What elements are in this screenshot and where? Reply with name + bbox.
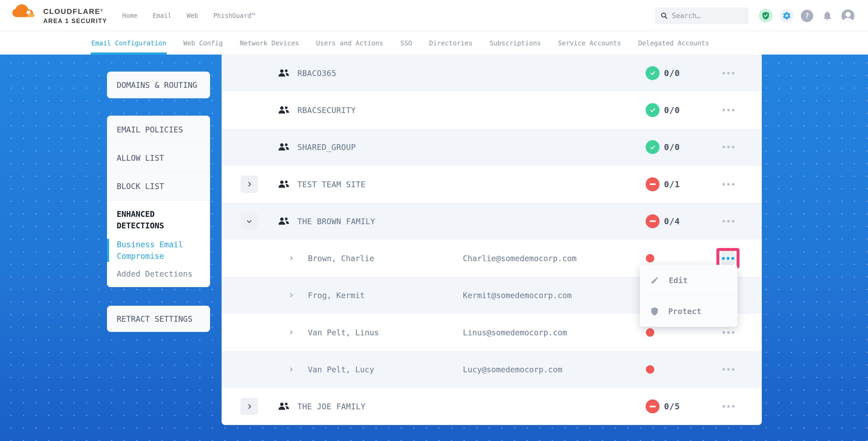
group-name: RBACSECURITY bbox=[298, 105, 356, 115]
group-name: SHARED_GROUP bbox=[298, 143, 356, 152]
table-row-group: RBACO365 0/0 bbox=[222, 55, 762, 92]
tab-delegated-accounts[interactable]: Delegated Accounts bbox=[638, 31, 709, 55]
protection-count: 0/0 bbox=[664, 105, 680, 115]
sidebar-item-allow-list[interactable]: ALLOW LIST bbox=[107, 144, 210, 172]
row-actions-button[interactable] bbox=[722, 368, 735, 371]
sidebar-label: ALLOW LIST bbox=[117, 153, 164, 163]
member-name: Brown, Charlie bbox=[308, 254, 374, 263]
tab-service-accounts[interactable]: Service Accounts bbox=[558, 31, 621, 55]
tab-directories[interactable]: Directories bbox=[429, 31, 472, 55]
protection-count: 0/1 bbox=[664, 179, 680, 189]
search-box[interactable] bbox=[655, 7, 749, 24]
cloudflare-logo[interactable]: CLOUDFLARE® AREA 1 SECURITY bbox=[11, 2, 107, 25]
protection-count: 0/4 bbox=[664, 216, 680, 226]
top-icon-cluster: ? bbox=[759, 9, 855, 23]
nav-home[interactable]: Home bbox=[122, 12, 137, 20]
group-name: RBACO365 bbox=[298, 68, 336, 77]
row-actions-button[interactable] bbox=[722, 72, 735, 74]
status-ok-badge bbox=[646, 66, 659, 80]
sidebar-item-enhanced-detections[interactable]: ENHANCED DETECTIONS bbox=[117, 209, 198, 231]
secondary-nav: Email Configuration Web Config Network D… bbox=[0, 31, 868, 55]
status-blocked-badge bbox=[646, 214, 659, 228]
row-actions-button[interactable] bbox=[722, 146, 735, 148]
row-actions-button[interactable] bbox=[722, 405, 735, 408]
status-blocked-dot bbox=[646, 328, 654, 337]
menu-item-protect[interactable]: Protect bbox=[640, 296, 737, 327]
status-blocked-dot bbox=[646, 365, 654, 374]
sidebar-item-added-detections[interactable]: Added Detections bbox=[117, 268, 202, 280]
cloudflare-cloud-icon bbox=[11, 4, 39, 20]
status-ok-badge bbox=[646, 140, 659, 154]
row-actions-button[interactable] bbox=[722, 183, 735, 186]
protection-count: 0/0 bbox=[664, 142, 680, 152]
sidebar-item-retract-settings[interactable]: RETRACT SETTINGS bbox=[107, 306, 210, 332]
group-name: THE JOE FAMILY bbox=[298, 402, 366, 411]
expand-button[interactable] bbox=[241, 398, 258, 415]
sidebar-section-enhanced-detections: ENHANCED DETECTIONS Business Email Compr… bbox=[107, 200, 210, 287]
status-blocked-badge bbox=[646, 177, 659, 191]
tab-users-and-actions[interactable]: Users and Actions bbox=[316, 31, 383, 55]
member-email: Charlie@somedemocorp.com bbox=[463, 254, 577, 263]
menu-item-edit[interactable]: Edit bbox=[640, 265, 737, 296]
sidebar-label: DOMAINS & ROUTING bbox=[117, 81, 197, 90]
menu-item-label: Protect bbox=[668, 307, 701, 316]
sidebar-item-email-policies[interactable]: EMAIL POLICIES bbox=[107, 116, 210, 144]
search-input[interactable] bbox=[672, 12, 737, 20]
nav-email[interactable]: Email bbox=[153, 12, 172, 20]
registered-mark: ® bbox=[100, 8, 103, 12]
member-name: Frog, Kermit bbox=[308, 291, 365, 300]
protection-count: 0/5 bbox=[664, 401, 680, 411]
group-name: THE BROWN FAMILY bbox=[298, 217, 375, 226]
minus-icon bbox=[650, 184, 656, 185]
gear-icon[interactable] bbox=[780, 9, 794, 23]
group-icon bbox=[278, 402, 290, 411]
protection-count: 0/0 bbox=[664, 68, 680, 78]
chevron-right-icon[interactable] bbox=[289, 367, 293, 372]
table-row-group: RBACSECURITY 0/0 bbox=[222, 92, 762, 128]
table-row-group: SHARED_GROUP 0/0 bbox=[222, 129, 762, 166]
shield-check-icon[interactable] bbox=[759, 9, 773, 23]
table-row-group: THE BROWN FAMILY 0/4 bbox=[222, 203, 762, 240]
row-actions-button[interactable] bbox=[722, 109, 735, 112]
row-context-menu: Edit Protect bbox=[640, 265, 737, 327]
table-row-member: Van Pelt, Lucy Lucy@somedemocorp.com bbox=[222, 351, 762, 388]
user-avatar-icon[interactable] bbox=[841, 9, 855, 22]
tab-sso[interactable]: SSO bbox=[400, 31, 412, 55]
logo-text: CLOUDFLARE® AREA 1 SECURITY bbox=[43, 8, 107, 25]
nav-phishguard[interactable]: PhishGuard™ bbox=[213, 12, 255, 20]
status-ok-badge bbox=[646, 103, 659, 117]
nav-web[interactable]: Web bbox=[187, 12, 198, 20]
chevron-right-icon[interactable] bbox=[289, 256, 293, 260]
sidebar-item-business-email-compromise[interactable]: Business Email Compromise bbox=[117, 239, 202, 262]
group-icon bbox=[278, 68, 290, 78]
sidebar-item-block-list[interactable]: BLOCK LIST bbox=[107, 172, 210, 200]
sidebar-item-domains-routing[interactable]: DOMAINS & ROUTING bbox=[107, 71, 210, 98]
help-icon[interactable]: ? bbox=[801, 10, 813, 22]
chevron-right-icon[interactable] bbox=[289, 293, 293, 297]
group-icon bbox=[278, 180, 290, 189]
member-email: Linus@somedemocorp.com bbox=[463, 328, 567, 337]
bell-icon[interactable] bbox=[820, 9, 834, 23]
collapse-button[interactable] bbox=[241, 213, 258, 230]
tab-web-config[interactable]: Web Config bbox=[183, 31, 223, 55]
tab-network-devices[interactable]: Network Devices bbox=[240, 31, 299, 55]
chevron-right-icon[interactable] bbox=[289, 330, 293, 335]
pencil-icon bbox=[650, 276, 659, 285]
group-icon bbox=[278, 105, 290, 115]
status-blocked-badge bbox=[646, 400, 659, 413]
table-row-group: TEST TEAM SITE 0/1 bbox=[222, 166, 762, 203]
tab-subscriptions[interactable]: Subscriptions bbox=[490, 31, 541, 55]
tab-email-configuration[interactable]: Email Configuration bbox=[91, 31, 166, 55]
member-email: Kermit@somedemocorp.com bbox=[463, 291, 572, 300]
sidebar-label: BLOCK LIST bbox=[117, 182, 164, 191]
sidebar-policies-card: EMAIL POLICIES ALLOW LIST BLOCK LIST ENH… bbox=[107, 116, 210, 287]
minus-icon bbox=[650, 220, 656, 222]
expand-button[interactable] bbox=[241, 176, 258, 193]
brand-name: CLOUDFLARE® bbox=[43, 8, 107, 15]
row-actions-button[interactable] bbox=[722, 220, 735, 223]
member-name: Van Pelt, Linus bbox=[308, 328, 379, 337]
shield-icon bbox=[650, 307, 659, 316]
row-actions-button-active[interactable] bbox=[720, 250, 736, 266]
content-area: DOMAINS & ROUTING EMAIL POLICIES ALLOW L… bbox=[0, 55, 868, 441]
row-actions-button[interactable] bbox=[722, 331, 735, 334]
